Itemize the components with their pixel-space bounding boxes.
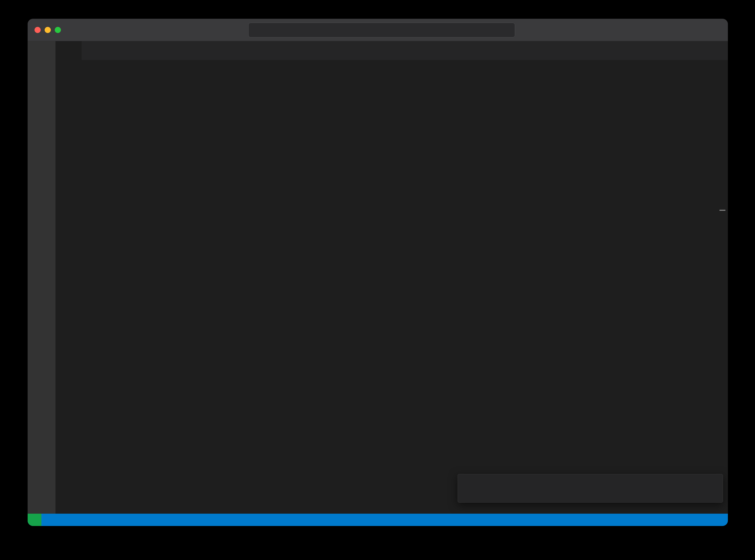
editor-group [56,41,728,514]
title-bar [27,19,728,41]
workbench [27,41,728,514]
vscode-window [27,19,728,526]
notification-settings-gear-icon[interactable] [696,481,703,489]
activity-bar [27,41,56,514]
notification-close-icon[interactable] [708,481,716,489]
zoom-window-button[interactable] [55,27,61,33]
tab-bar [56,41,728,60]
status-bar [27,514,728,526]
code-editor[interactable] [56,72,728,514]
remote-indicator[interactable] [27,514,41,526]
editor-actions [719,41,728,60]
desktop [0,0,755,560]
breadcrumb [56,60,728,72]
search-icon [377,27,383,34]
command-center[interactable] [248,23,515,38]
close-window-button[interactable] [35,27,41,33]
window-controls [35,19,61,41]
minimize-window-button[interactable] [45,27,51,33]
notification-toast [458,474,723,503]
info-icon [465,481,473,489]
overview-ruler-mark [719,210,726,211]
tab-app-ts[interactable] [56,41,82,60]
